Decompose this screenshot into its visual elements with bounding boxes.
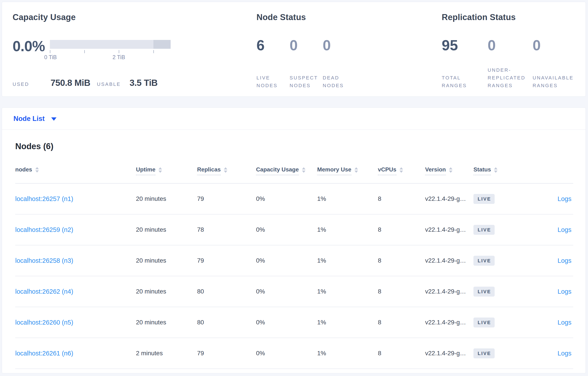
live-nodes-stat: 6 LIVE NODES xyxy=(256,38,290,89)
uptime-cell: 2 minutes xyxy=(136,338,197,369)
logs-link[interactable]: Logs xyxy=(557,226,571,233)
capacity-bar xyxy=(50,40,171,49)
table-row: localhost:26259 (n2) 20 minutes 78 0% 1%… xyxy=(15,214,573,245)
node-link[interactable]: localhost:26259 (n2) xyxy=(15,226,73,233)
uptime-cell: 20 minutes xyxy=(136,307,197,338)
logs-link[interactable]: Logs xyxy=(557,257,571,264)
node-link[interactable]: localhost:26262 (n4) xyxy=(15,288,73,295)
capacity-usage-panel: Capacity Usage 0.0% 0 TiB 2 TiB xyxy=(13,12,256,96)
sort-arrows-icon xyxy=(35,167,39,173)
status-badge: LIVE xyxy=(473,256,495,266)
capacity-cell: 0% xyxy=(256,307,317,338)
table-row: localhost:26260 (n5) 20 minutes 80 0% 1%… xyxy=(15,307,573,338)
view-selector-strip: Node List xyxy=(2,108,586,130)
version-cell: v22.1.4-29-g… xyxy=(425,276,473,307)
sort-arrows-icon xyxy=(449,167,452,173)
under-replicated-ranges-stat: 0 UNDER-REPLICATED RANGES xyxy=(488,38,533,89)
logs-link[interactable]: Logs xyxy=(557,288,571,295)
node-status-title: Node Status xyxy=(256,12,442,23)
under-replicated-ranges-value: 0 xyxy=(488,38,533,52)
sort-arrows-icon xyxy=(399,167,403,173)
node-list-card: Node List Nodes (6) nodes Uptime Replica… xyxy=(2,107,586,373)
version-cell: v22.1.4-29-g… xyxy=(425,245,473,276)
table-row: localhost:26261 (n6) 2 minutes 79 0% 1% … xyxy=(15,338,573,369)
total-ranges-label: TOTAL RANGES xyxy=(442,74,485,89)
node-link[interactable]: localhost:26258 (n3) xyxy=(15,257,73,264)
column-header-vcpus[interactable]: vCPUs xyxy=(378,164,425,183)
unavailable-ranges-stat: 0 UNAVAILABLE RANGES xyxy=(533,38,575,89)
column-header-status[interactable]: Status xyxy=(473,164,527,183)
capacity-bar-reserved-segment xyxy=(153,40,171,49)
live-nodes-label: LIVE NODES xyxy=(256,74,286,89)
capacity-tick-label-2: 2 TiB xyxy=(113,54,125,61)
memory-cell: 1% xyxy=(317,276,378,307)
node-link[interactable]: localhost:26261 (n6) xyxy=(15,350,73,357)
capacity-cell: 0% xyxy=(256,338,317,369)
logs-link[interactable]: Logs xyxy=(557,195,571,202)
memory-cell: 1% xyxy=(317,183,378,214)
node-link[interactable]: localhost:26260 (n5) xyxy=(15,319,73,326)
capacity-cell: 0% xyxy=(256,183,317,214)
sort-arrows-icon xyxy=(224,167,227,173)
memory-cell: 1% xyxy=(317,214,378,245)
status-badge: LIVE xyxy=(473,225,495,235)
capacity-usage-title: Capacity Usage xyxy=(13,12,256,23)
table-row: localhost:26262 (n4) 20 minutes 80 0% 1%… xyxy=(15,276,573,307)
replicas-cell: 80 xyxy=(197,307,256,338)
suspect-nodes-stat: 0 SUSPECT NODES xyxy=(290,38,323,89)
logs-link[interactable]: Logs xyxy=(557,350,571,357)
logs-link[interactable]: Logs xyxy=(557,319,571,326)
memory-cell: 1% xyxy=(317,338,378,369)
nodes-table: nodes Uptime Replicas Capacity Usage Mem… xyxy=(15,164,573,369)
suspect-nodes-label: SUSPECT NODES xyxy=(290,74,319,89)
total-ranges-value: 95 xyxy=(442,38,488,52)
replicas-cell: 79 xyxy=(197,338,256,369)
node-status-panel: Node Status 6 LIVE NODES 0 SUSPECT NODES… xyxy=(256,12,442,96)
uptime-cell: 20 minutes xyxy=(136,183,197,214)
uptime-cell: 20 minutes xyxy=(136,214,197,245)
replication-status-panel: Replication Status 95 TOTAL RANGES 0 UND… xyxy=(442,12,575,96)
vcpus-cell: 8 xyxy=(378,276,425,307)
version-cell: v22.1.4-29-g… xyxy=(425,183,473,214)
usable-label: USABLE xyxy=(97,81,130,87)
suspect-nodes-value: 0 xyxy=(290,38,323,52)
column-header-memory-use[interactable]: Memory Use xyxy=(317,164,378,183)
column-header-logs xyxy=(527,164,573,183)
column-header-replicas[interactable]: Replicas xyxy=(197,164,256,183)
capacity-bar-ticks xyxy=(50,50,171,54)
column-header-uptime[interactable]: Uptime xyxy=(136,164,197,183)
sort-arrows-icon xyxy=(302,167,305,173)
status-badge: LIVE xyxy=(473,318,495,327)
node-list-selector[interactable]: Node List xyxy=(13,115,56,123)
capacity-cell: 0% xyxy=(256,214,317,245)
capacity-bar-chart: 0 TiB 2 TiB xyxy=(50,40,171,61)
status-badge: LIVE xyxy=(473,348,495,358)
column-header-version[interactable]: Version xyxy=(425,164,473,183)
status-badge: LIVE xyxy=(473,194,495,204)
vcpus-cell: 8 xyxy=(378,338,425,369)
memory-cell: 1% xyxy=(317,307,378,338)
total-ranges-stat: 95 TOTAL RANGES xyxy=(442,38,488,89)
capacity-cell: 0% xyxy=(256,276,317,307)
unavailable-ranges-value: 0 xyxy=(533,38,575,52)
status-badge: LIVE xyxy=(473,287,495,297)
cluster-summary-panel: Capacity Usage 0.0% 0 TiB 2 TiB xyxy=(2,2,586,97)
chevron-down-icon xyxy=(51,117,56,121)
column-header-capacity-usage[interactable]: Capacity Usage xyxy=(256,164,317,183)
vcpus-cell: 8 xyxy=(378,307,425,338)
under-replicated-ranges-label: UNDER-REPLICATED RANGES xyxy=(488,66,531,89)
capacity-cell: 0% xyxy=(256,245,317,276)
memory-cell: 1% xyxy=(317,245,378,276)
table-row: localhost:26257 (n1) 20 minutes 79 0% 1%… xyxy=(15,183,573,214)
unavailable-ranges-label: UNAVAILABLE RANGES xyxy=(533,74,575,89)
dead-nodes-stat: 0 DEAD NODES xyxy=(323,38,356,89)
used-label: USED xyxy=(13,81,51,87)
usable-value: 3.5 TiB xyxy=(130,78,158,88)
replicas-cell: 78 xyxy=(197,214,256,245)
used-value: 750.8 MiB xyxy=(51,78,97,88)
vcpus-cell: 8 xyxy=(378,214,425,245)
node-link[interactable]: localhost:26257 (n1) xyxy=(15,195,73,202)
version-cell: v22.1.4-29-g… xyxy=(425,338,473,369)
table-row: localhost:26258 (n3) 20 minutes 79 0% 1%… xyxy=(15,245,573,276)
column-header-nodes[interactable]: nodes xyxy=(15,164,136,183)
